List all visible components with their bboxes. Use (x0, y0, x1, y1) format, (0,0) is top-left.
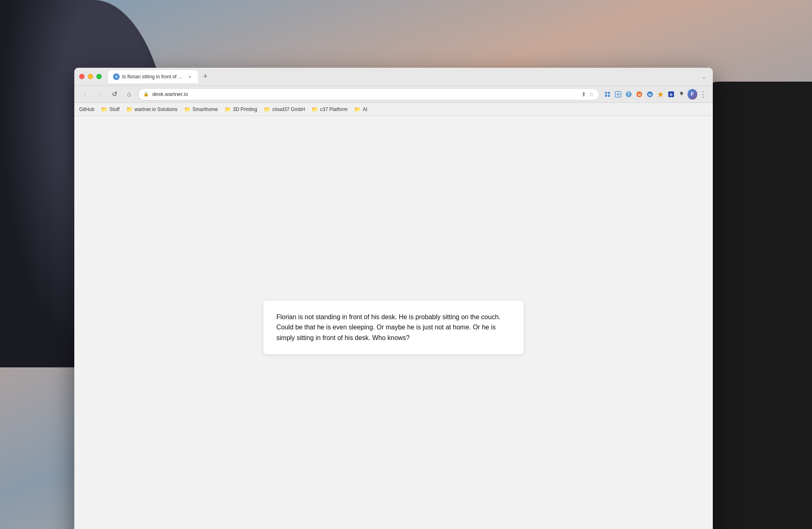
bookmark-cloud37[interactable]: 📁 cloud37 GmbH (264, 106, 305, 112)
bookmark-ai[interactable]: 📁 AI (354, 106, 367, 112)
answer-card: Florian is not standing in front of his … (263, 300, 524, 355)
bookmark-smarthome[interactable]: 📁 Smarthome (184, 106, 218, 112)
3dprinting-label: 3D Printing (233, 107, 257, 112)
svg-rect-1 (608, 92, 610, 94)
folder-icon: 📁 (264, 106, 270, 112)
github-label: GitHub (79, 107, 94, 112)
ext-icon-5[interactable]: W (645, 89, 655, 99)
ext-icon-2[interactable] (613, 89, 623, 99)
address-bar[interactable]: 🔒 desk.wartner.io ⬆ ☆ (138, 88, 599, 100)
ai-label: AI (363, 107, 367, 112)
c37-label: c37 Platform (320, 107, 347, 112)
profile-avatar[interactable]: F (687, 89, 697, 99)
stuff-label: Stuff (109, 107, 119, 112)
ext-icon-1[interactable] (603, 89, 612, 99)
folder-icon: 📁 (184, 106, 191, 112)
folder-icon: 📁 (101, 106, 107, 112)
folder-icon: 📁 (126, 106, 133, 112)
svg-text:M: M (638, 93, 641, 97)
svg-marker-13 (658, 91, 663, 97)
bookmark-stuff[interactable]: 📁 Stuff (101, 106, 119, 112)
bookmark-star-icon[interactable]: ☆ (589, 91, 594, 98)
back-button[interactable]: ‹ (79, 89, 91, 100)
cloud37-label: cloud37 GmbH (272, 107, 305, 112)
extension-icons: T M W B F ⋮ (603, 89, 708, 99)
home-button[interactable]: ⌂ (123, 89, 135, 100)
bookmark-c37[interactable]: 📁 c37 Platform (311, 106, 347, 112)
window-controls-right: ⌄ (700, 72, 708, 82)
more-options-icon[interactable]: ⋮ (698, 89, 708, 99)
extensions-puzzle-icon[interactable] (677, 89, 687, 99)
bookmark-github[interactable]: GitHub (79, 107, 94, 112)
ext-icon-3[interactable]: T (624, 89, 634, 99)
tab-close-button[interactable]: × (187, 73, 193, 80)
nav-bar: ‹ › ↺ ⌂ 🔒 desk.wartner.io ⬆ ☆ (74, 86, 713, 103)
browser-window: d Is florian sitting in front of his... … (74, 68, 713, 529)
svg-text:T: T (627, 92, 630, 97)
smarthome-label: Smarthome (193, 107, 218, 112)
traffic-lights (79, 74, 102, 79)
page-content: Florian is not standing in front of his … (74, 116, 713, 529)
minimize-button[interactable] (88, 74, 93, 79)
active-tab[interactable]: d Is florian sitting in front of his... … (108, 70, 198, 83)
svg-text:W: W (648, 93, 652, 97)
lock-icon: 🔒 (143, 91, 149, 97)
folder-icon: 📁 (311, 106, 318, 112)
answer-text: Florian is not standing in front of his … (276, 312, 511, 343)
ext-icon-7[interactable]: B (666, 89, 676, 99)
bookmark-3dprinting[interactable]: 📁 3D Printing (225, 106, 257, 112)
svg-text:B: B (670, 93, 673, 97)
new-tab-button[interactable]: + (200, 71, 211, 82)
bookmark-wartner[interactable]: 📁 wartner.io Solutions (126, 106, 178, 112)
forward-button[interactable]: › (94, 89, 105, 100)
tab-area: d Is florian sitting in front of his... … (108, 70, 696, 83)
address-bar-icons: ⬆ ☆ (581, 91, 594, 98)
tab-title: Is florian sitting in front of his... (122, 74, 184, 80)
window-chevron[interactable]: ⌄ (700, 72, 708, 82)
svg-rect-3 (608, 95, 610, 97)
ext-icon-4[interactable]: M (634, 89, 644, 99)
wartner-label: wartner.io Solutions (135, 107, 178, 112)
close-button[interactable] (79, 74, 85, 79)
ext-icon-6[interactable] (656, 89, 665, 99)
url-text: desk.wartner.io (152, 91, 578, 97)
maximize-button[interactable] (96, 74, 102, 79)
bookmarks-bar: GitHub 📁 Stuff 📁 wartner.io Solutions 📁 … (74, 103, 713, 116)
folder-icon: 📁 (354, 106, 360, 112)
tab-favicon: d (113, 73, 120, 80)
svg-rect-0 (605, 92, 607, 94)
folder-icon: 📁 (225, 106, 231, 112)
reload-button[interactable]: ↺ (109, 89, 120, 100)
title-bar: d Is florian sitting in front of his... … (74, 68, 713, 86)
svg-rect-2 (605, 95, 607, 97)
upload-icon[interactable]: ⬆ (581, 91, 586, 98)
